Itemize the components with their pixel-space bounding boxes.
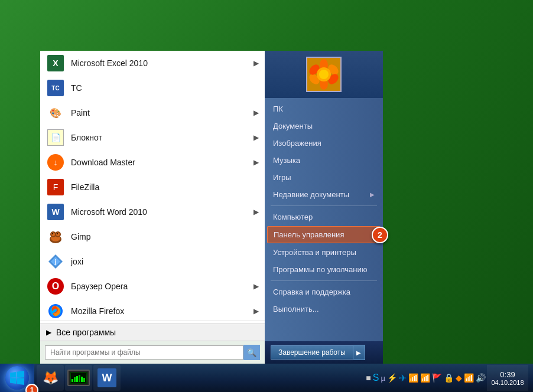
app-name-word: Microsoft Word 2010 <box>71 207 254 217</box>
right-item-help-label: Справка и поддержка <box>273 288 375 296</box>
start-menu-right: ПК Документы Изображения Музыка Игры Нед… <box>265 51 383 364</box>
clock[interactable]: 0:39 04.10.2018 <box>487 365 528 391</box>
all-programs-button[interactable]: ▶ Все программы <box>40 324 265 341</box>
right-item-control-panel-label: Панель управления <box>274 230 374 239</box>
tray-icon-6: 📶 <box>420 373 430 383</box>
app-name-gimp: Gimp <box>71 232 259 241</box>
arrow-icon: ▶ <box>254 59 259 67</box>
word-icon: W <box>46 202 65 221</box>
filezilla-icon: F <box>46 178 65 197</box>
app-item-notepad[interactable]: 📄 Блокнот ▶ <box>40 125 265 150</box>
svg-rect-24 <box>79 375 80 382</box>
right-item-computer-label: Компьютер <box>273 213 375 221</box>
tray-icon-3: ⚡ <box>387 373 397 383</box>
shutdown-button-group: Завершение работы ▶ <box>271 345 365 360</box>
arrow-icon: ▶ <box>254 133 259 142</box>
right-item-pc[interactable]: ПК <box>265 100 383 117</box>
right-item-run-label: Выполнить... <box>273 305 375 313</box>
shutdown-arrow-button[interactable]: ▶ <box>353 345 365 360</box>
right-item-recent[interactable]: Недавние документы ▶ <box>265 186 383 203</box>
tray-icon-7: 🚩 <box>432 373 442 383</box>
windows-logo <box>5 366 29 390</box>
right-item-help[interactable]: Справка и поддержка <box>265 283 383 300</box>
shutdown-button[interactable]: Завершение работы <box>271 345 353 360</box>
svg-rect-25 <box>81 377 83 382</box>
user-header <box>265 51 383 98</box>
app-item-gimp[interactable]: Gimp <box>40 224 265 249</box>
app-item-dm[interactable]: ↓ Download Master ▶ <box>40 150 265 175</box>
start-menu-left: X Microsoft Excel 2010 ▶ TC TC 🎨 <box>40 51 265 364</box>
right-item-games[interactable]: Игры <box>265 169 383 186</box>
right-item-images-label: Изображения <box>273 139 375 148</box>
right-item-control-panel[interactable]: Панель управления 2 <box>267 226 381 243</box>
paint-icon: 🎨 <box>46 103 65 122</box>
taskbar-word[interactable]: W <box>93 365 121 391</box>
search-input[interactable] <box>45 345 243 360</box>
svg-point-6 <box>52 233 53 234</box>
svg-point-19 <box>319 70 329 79</box>
start-button[interactable]: 1 <box>0 364 34 392</box>
right-item-default-programs-label: Программы по умолчанию <box>273 265 375 274</box>
tc-icon: TC <box>46 79 65 97</box>
app-name-tc: TC <box>71 83 259 93</box>
svg-point-4 <box>51 233 55 236</box>
right-divider-2 <box>271 280 377 281</box>
search-button[interactable]: 🔍 <box>243 345 260 360</box>
right-item-documents[interactable]: Документы <box>265 117 383 135</box>
right-item-recent-label: Недавние документы <box>273 190 370 199</box>
tray-icon-5: 📶 <box>408 373 418 383</box>
right-divider <box>271 205 377 206</box>
app-name-paint: Paint <box>71 108 254 117</box>
desktop: X Microsoft Excel 2010 ▶ TC TC 🎨 <box>0 0 533 392</box>
app-item-word[interactable]: W Microsoft Word 2010 ▶ <box>40 200 265 224</box>
right-item-images[interactable]: Изображения <box>265 135 383 152</box>
tray-icon-utorrent: µ <box>381 374 386 383</box>
right-item-music[interactable]: Музыка <box>265 152 383 169</box>
shutdown-arrow-icon: ▶ <box>356 349 361 356</box>
joxi-icon: j <box>46 252 65 271</box>
svg-rect-23 <box>76 376 78 382</box>
app-item-firefox[interactable]: Mozilla Firefox ▶ <box>40 299 265 318</box>
tray-icon-1: ■ <box>366 373 370 383</box>
app-item-tc[interactable]: TC TC <box>40 76 265 100</box>
app-item-opera[interactable]: O Браузер Opera ▶ <box>40 274 265 299</box>
app-name-joxi: joxi <box>71 257 259 266</box>
opera-icon: O <box>46 277 65 296</box>
monitor-icon <box>67 370 90 386</box>
taskbar-firefox[interactable]: 🦊 <box>37 365 64 391</box>
taskbar-apps: 🦊 <box>37 364 121 392</box>
arrow-icon: ▶ <box>254 307 259 315</box>
app-item-excel[interactable]: X Microsoft Excel 2010 ▶ <box>40 51 265 76</box>
right-item-devices[interactable]: Устройства и принтеры <box>265 244 383 261</box>
app-item-paint[interactable]: 🎨 Paint ▶ <box>40 100 265 125</box>
right-item-run[interactable]: Выполнить... <box>265 300 383 318</box>
taskbar-monitor[interactable] <box>65 365 92 391</box>
dm-icon: ↓ <box>46 153 65 172</box>
tray-icon-skype: S <box>373 373 379 383</box>
svg-rect-26 <box>83 378 85 382</box>
clock-time: 0:39 <box>500 370 515 379</box>
right-item-default-programs[interactable]: Программы по умолчанию <box>265 261 383 278</box>
notepad-icon: 📄 <box>46 128 65 147</box>
arrow-icon: ▶ <box>254 158 259 166</box>
app-list: X Microsoft Excel 2010 ▶ TC TC 🎨 <box>40 51 265 318</box>
app-item-filezilla[interactable]: F FileZilla <box>40 175 265 200</box>
app-name-firefox: Mozilla Firefox <box>71 306 254 316</box>
tray-icon-10: 📶 <box>464 373 474 383</box>
right-arrow-icon: ▶ <box>370 191 375 198</box>
app-item-joxi[interactable]: j joxi <box>40 249 265 274</box>
all-programs-label: Все программы <box>56 328 116 337</box>
user-avatar <box>306 57 342 92</box>
svg-text:j: j <box>54 259 57 265</box>
svg-rect-22 <box>74 377 76 382</box>
svg-point-7 <box>57 233 58 234</box>
firefox-icon <box>46 302 65 318</box>
right-item-games-label: Игры <box>273 173 375 182</box>
svg-point-5 <box>56 233 60 236</box>
shutdown-bar: Завершение работы ▶ <box>265 341 383 364</box>
tray-icon-volume[interactable]: 🔊 <box>476 373 486 383</box>
right-item-computer[interactable]: Компьютер <box>265 208 383 226</box>
app-name-opera: Браузер Opera <box>71 282 254 291</box>
app-name-filezilla: FileZilla <box>71 182 259 192</box>
tray-icon-9: ◆ <box>456 373 462 383</box>
